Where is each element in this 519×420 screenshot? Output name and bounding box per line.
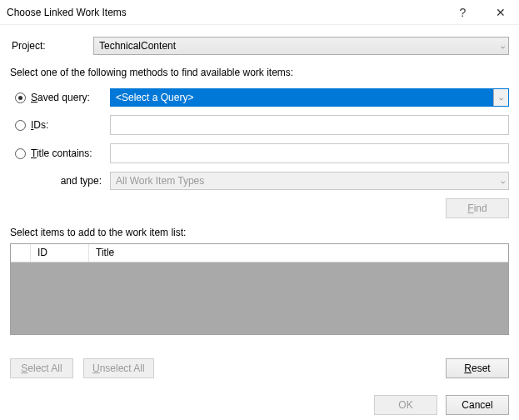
grid-heading: Select items to add to the work item lis… <box>10 227 509 238</box>
dialog-buttons: OK Cancel <box>10 395 509 415</box>
chevron-down-icon[interactable]: ⌵ <box>493 89 508 106</box>
cancel-button[interactable]: Cancel <box>446 395 509 415</box>
grid-header: ID Title <box>11 244 508 262</box>
title-contains-label: Title contains: <box>31 148 92 159</box>
instruction-text: Select one of the following methods to f… <box>10 67 509 78</box>
title-contains-option[interactable]: Title contains: <box>10 148 110 159</box>
project-combo[interactable]: TechnicalContent ⌵ <box>93 37 509 55</box>
ids-label: IDs: <box>31 119 48 131</box>
saved-query-label: Saved query: <box>31 92 90 103</box>
and-type-label: and type: <box>10 175 110 187</box>
type-value: All Work Item Types <box>116 175 204 187</box>
ids-option[interactable]: IDs: <box>10 119 110 131</box>
radio-title-contains[interactable] <box>15 148 26 159</box>
title-contains-row: Title contains: <box>10 143 509 163</box>
grid-col-id[interactable]: ID <box>31 244 89 262</box>
reset-button[interactable]: Reset <box>446 358 509 378</box>
grid-body <box>11 262 508 334</box>
type-combo: All Work Item Types ⌵ <box>110 172 509 190</box>
find-bar: Find <box>10 198 509 218</box>
chevron-down-icon: ⌵ <box>501 42 505 50</box>
find-button: Find <box>446 198 509 218</box>
ids-input[interactable] <box>110 115 509 135</box>
grid-col-title[interactable]: Title <box>89 244 508 262</box>
project-label: Project: <box>10 40 93 52</box>
select-all-button: Select All <box>10 358 73 378</box>
radio-saved-query[interactable] <box>15 92 26 103</box>
unselect-all-button: Unselect All <box>83 358 154 378</box>
saved-query-value: <Select a Query> <box>111 89 493 106</box>
ids-row: IDs: <box>10 115 509 135</box>
radio-ids[interactable] <box>15 120 26 131</box>
saved-query-row: Saved query: <Select a Query> ⌵ <box>10 88 509 107</box>
ok-button: OK <box>374 395 437 415</box>
title-contains-input[interactable] <box>110 143 509 163</box>
grid-col-checkbox[interactable] <box>11 244 31 262</box>
close-button[interactable]: ✕ <box>482 1 519 24</box>
help-button[interactable]: ? <box>444 1 482 24</box>
and-type-row: and type: All Work Item Types ⌵ <box>10 172 509 190</box>
results-grid[interactable]: ID Title <box>10 243 509 335</box>
window-title: Choose Linked Work Items <box>7 7 444 18</box>
chevron-down-icon: ⌵ <box>501 177 505 185</box>
saved-query-combo[interactable]: <Select a Query> ⌵ <box>110 88 509 107</box>
saved-query-option[interactable]: Saved query: <box>10 92 110 103</box>
selection-buttons: Select All Unselect All Reset <box>10 358 509 378</box>
dialog-content: Project: TechnicalContent ⌵ Select one o… <box>0 25 519 420</box>
project-row: Project: TechnicalContent ⌵ <box>10 37 509 55</box>
project-value: TechnicalContent <box>99 40 176 52</box>
title-bar: Choose Linked Work Items ? ✕ <box>0 0 519 25</box>
